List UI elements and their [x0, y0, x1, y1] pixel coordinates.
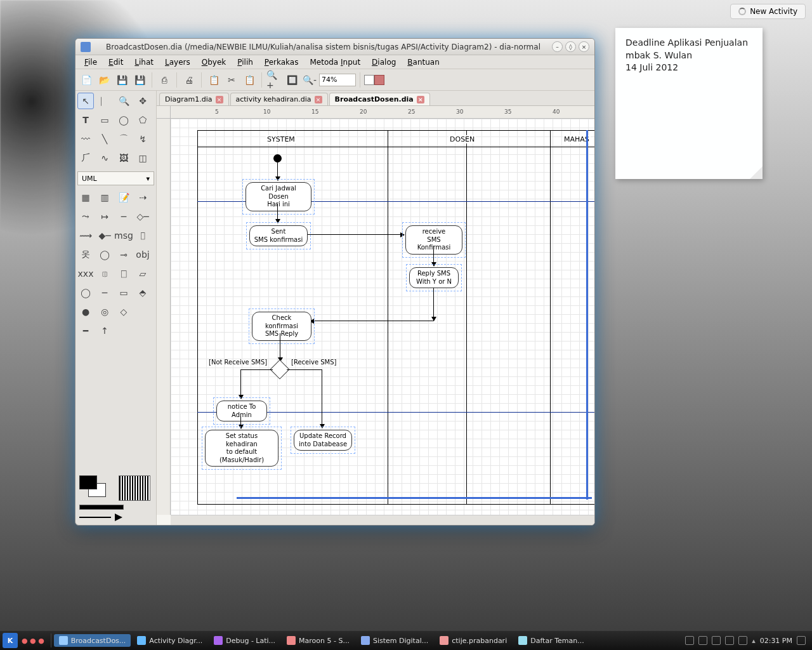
zoom-tool[interactable]: 🔍	[115, 93, 132, 109]
uml-actor-tool[interactable]: 옷	[77, 246, 94, 263]
scrollbar-horizontal[interactable]	[171, 515, 594, 525]
uml-assoc-tool[interactable]: ─	[115, 208, 132, 225]
bezier-tool[interactable]: 〰	[77, 131, 94, 147]
task-activity-diagram[interactable]: Activity Diagr...	[132, 634, 207, 647]
line-pattern[interactable]	[119, 475, 150, 501]
zoom-input[interactable]	[319, 74, 356, 86]
uml-node-tool[interactable]: ▱	[134, 265, 151, 282]
image-tool[interactable]: 🖼	[115, 150, 132, 166]
color-swatches[interactable]	[364, 75, 384, 85]
tray-info-icon[interactable]	[685, 636, 694, 645]
menu-pilih[interactable]: Pilih	[232, 56, 258, 68]
task-broadcastdosen[interactable]: BroadcastDos...	[54, 634, 131, 647]
arrow-style-selector[interactable]	[79, 514, 152, 521]
zoom-in-button[interactable]: 🔍+	[266, 72, 282, 88]
uml-flow-tool[interactable]: ↑	[96, 322, 113, 339]
tab-close-icon[interactable]: ×	[417, 96, 424, 103]
uml-general-tool[interactable]: ↦	[96, 208, 113, 225]
ellipse-tool[interactable]: ◯	[115, 112, 132, 128]
uml-lifeline-tool[interactable]: ⌷	[134, 227, 151, 244]
sheet-selector[interactable]: UML▾	[77, 171, 154, 185]
menu-ime[interactable]: Metoda Input	[304, 56, 365, 68]
uml-activity-tool[interactable]: ━	[77, 322, 94, 339]
activity-reply-sms[interactable]: Reply SMS With Y or N	[409, 267, 459, 288]
uml-bar-tool[interactable]	[134, 303, 151, 320]
activity-dots-icon[interactable]: ● ● ●	[22, 637, 44, 645]
uml-branch-tool[interactable]: ◇	[115, 303, 132, 320]
polyline-tool[interactable]: ⺁	[77, 150, 94, 166]
activity-cari-jadwal[interactable]: Cari Jadwal Dosen Hari ini	[246, 182, 311, 211]
task-daftar-teman[interactable]: Daftar Teman...	[513, 634, 589, 647]
uml-smallpkg-tool[interactable]: xxx	[77, 265, 94, 282]
close-button[interactable]: ×	[579, 41, 589, 52]
uml-initial-tool[interactable]: ●	[77, 303, 94, 320]
activity-receive-sms[interactable]: receive SMS Konfirmasi	[405, 225, 462, 255]
polygon-tool[interactable]: ⬠	[134, 112, 151, 128]
tab-close-icon[interactable]: ×	[315, 96, 322, 103]
uml-object-tool[interactable]: obj	[134, 246, 151, 263]
ruler-horizontal[interactable]: 5 10 15 20 25 30 35 40	[171, 106, 594, 119]
arc-tool[interactable]: ⌒	[115, 131, 132, 147]
pointer-tool[interactable]: ↖	[77, 93, 94, 109]
activity-update-record[interactable]: Update Record into Databease	[294, 430, 352, 451]
tray-logout-icon[interactable]	[797, 636, 806, 645]
save-as-button[interactable]: 💾	[131, 72, 148, 88]
uml-depend-tool[interactable]: ⇢	[134, 189, 151, 206]
uml-usecase-tool[interactable]: ◯	[96, 246, 113, 263]
uml-final-tool[interactable]: ◎	[96, 303, 113, 320]
open-button[interactable]: 📂	[96, 72, 112, 88]
task-sistem-digital[interactable]: Sistem Digital...	[356, 634, 433, 647]
tab-activity-kehadiran[interactable]: activity kehadiran.dia ×	[230, 93, 328, 105]
menu-layers[interactable]: Layers	[160, 56, 195, 68]
maximize-button[interactable]: ◊	[565, 41, 576, 52]
uml-note-tool[interactable]: 📝	[115, 189, 132, 206]
menu-obyek[interactable]: Obyek	[197, 56, 232, 68]
paste-button[interactable]: 📋	[241, 72, 258, 88]
task-prabandari[interactable]: ctije.prabandari	[435, 634, 512, 647]
new-file-button[interactable]: 📄	[78, 72, 95, 88]
activity-notice-admin[interactable]: notice To Admin	[216, 401, 267, 421]
print-button[interactable]: 🖨	[181, 72, 197, 88]
text-move-tool[interactable]: ⎸	[96, 93, 113, 109]
new-activity-button[interactable]: New Activity	[730, 4, 806, 19]
tray-expand-icon[interactable]: ▴	[752, 637, 756, 645]
cut-button[interactable]: ✂	[223, 72, 240, 88]
uml-state-tool[interactable]: ◯	[77, 284, 94, 301]
tab-broadcast-dosen[interactable]: BroadcastDosen.dia ×	[329, 93, 430, 105]
uml-lollipop-tool[interactable]: ⊸	[115, 246, 132, 263]
uml-realize-tool[interactable]: ⤳	[77, 208, 94, 225]
scroll-tool[interactable]: ✥	[134, 93, 151, 109]
uml-component-tool[interactable]: ⎕	[115, 265, 132, 282]
uml-transition-tool[interactable]: ⬘	[134, 284, 151, 301]
zoom-fit-button[interactable]: 🔲	[284, 72, 300, 88]
line-tool[interactable]: ╲	[96, 131, 113, 147]
tray-network-icon[interactable]	[712, 636, 721, 645]
menu-file[interactable]: File	[79, 56, 102, 68]
tray-update-icon[interactable]	[698, 636, 707, 645]
ruler-vertical[interactable]	[157, 119, 171, 515]
uml-class-tool[interactable]: ▦	[77, 189, 94, 206]
activity-sent-sms[interactable]: Sent SMS konfirmasi	[249, 225, 308, 246]
task-debug[interactable]: Debug - Lati...	[209, 634, 280, 647]
activity-set-status[interactable]: Set status kehadiran to default (Masuk/H…	[205, 430, 278, 467]
menu-edit[interactable]: Edit	[103, 56, 128, 68]
kde-start-button[interactable]: K	[3, 633, 18, 648]
uml-message-tool[interactable]: msg	[115, 227, 132, 244]
zoom-out-button[interactable]: 🔍-	[301, 72, 318, 88]
menu-bantuan[interactable]: Bantuan	[402, 56, 444, 68]
bezierline-tool[interactable]: ∿	[96, 150, 113, 166]
line-width-selector[interactable]	[79, 505, 124, 510]
uml-template-tool[interactable]: ▥	[96, 189, 113, 206]
uml-junction-tool[interactable]: ─	[96, 284, 113, 301]
box-tool[interactable]: ▭	[96, 112, 113, 128]
start-node[interactable]	[273, 154, 282, 162]
menu-perkakas[interactable]: Perkakas	[259, 56, 304, 68]
menu-dialog[interactable]: Dialog	[367, 56, 401, 68]
taskbar-clock[interactable]: 02:31 PM	[760, 637, 792, 645]
export-button[interactable]: ⎙	[156, 72, 173, 88]
titlebar[interactable]: BroadcastDosen.dia (/media/NEWBIE ILMU/K…	[75, 39, 594, 55]
tray-volume-icon[interactable]	[725, 636, 734, 645]
uml-fork-tool[interactable]: ▭	[115, 284, 132, 301]
uml-aggreg-tool[interactable]: ◇─	[134, 208, 151, 225]
text-tool[interactable]: T	[77, 112, 94, 128]
